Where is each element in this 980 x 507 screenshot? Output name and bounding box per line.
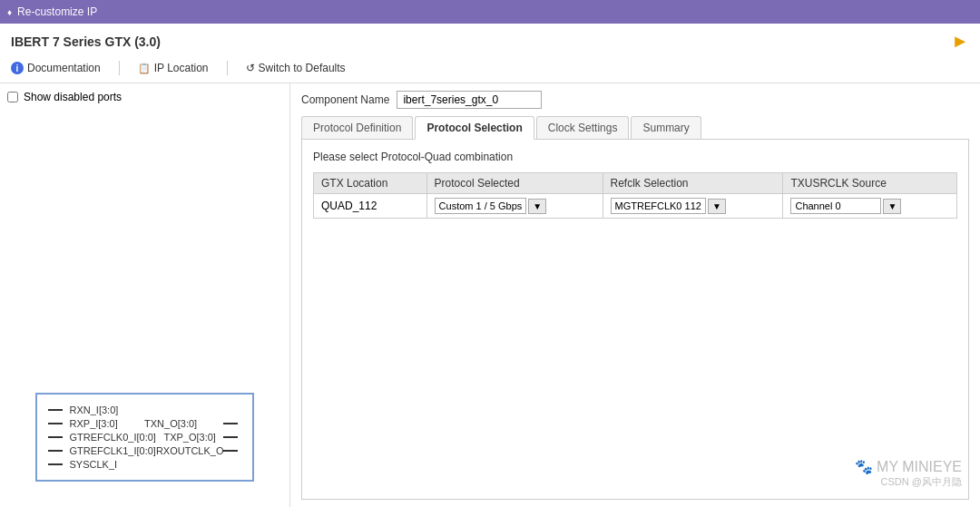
component-name-row: Component Name ibert_7series_gtx_0: [301, 91, 969, 109]
refclk-select-field: MGTREFCLK0 112 ▼: [611, 198, 776, 214]
main-container: IBERT 7 Series GTX (3.0) ► i Documentati…: [0, 24, 980, 507]
protocol-select-field: Custom 1 / 5 Gbps ▼: [435, 198, 595, 214]
content-area: Show disabled ports RXN_I[3:0] RXP_I[3:0…: [0, 83, 980, 507]
toolbar-separator-1: [119, 61, 120, 75]
protocol-select-value: Custom 1 / 5 Gbps: [435, 198, 527, 214]
port-rxp: RXP_I[3:0] TXN_O[3:0]: [48, 418, 242, 429]
port-gtrefclk0: GTREFCLK0_I[0:0] TXP_O[3:0]: [48, 432, 242, 443]
port-gtrefclk1-label: GTREFCLK1_I[0:0]: [70, 445, 156, 456]
col-gtx-location: GTX Location: [314, 173, 427, 194]
tab-protocol-definition[interactable]: Protocol Definition: [301, 116, 413, 139]
header-section: IBERT 7 Series GTX (3.0) ► i Documentati…: [0, 24, 980, 83]
component-name-label: Component Name: [301, 93, 389, 106]
ip-location-button[interactable]: 📋 IP Location: [138, 62, 209, 74]
port-rxp-label: RXP_I[3:0]: [70, 418, 118, 429]
title-bar: ♦ Re-customize IP: [0, 0, 980, 24]
txusrclk-select-value: Channel 0: [790, 198, 881, 214]
tab-content: Please select Protocol-Quad combination …: [301, 140, 969, 500]
port-rxoutclk-label: RXOUTCLK_O: [156, 445, 224, 456]
title-bar-icon: ♦: [7, 7, 12, 17]
show-disabled-label: Show disabled ports: [24, 91, 122, 103]
component-name-value: ibert_7series_gtx_0: [397, 91, 542, 109]
switch-defaults-label: Switch to Defaults: [259, 62, 346, 74]
port-txp-label: TXP_O[3:0]: [163, 432, 215, 443]
tabs-bar: Protocol Definition Protocol Selection C…: [301, 116, 969, 140]
txusrclk-select-arrow[interactable]: ▼: [883, 199, 901, 214]
port-rxn-label: RXN_I[3:0]: [70, 405, 119, 415]
cell-gtx-location: QUAD_112: [314, 194, 427, 219]
app-title: IBERT 7 Series GTX (3.0): [11, 34, 161, 49]
title-bar-label: Re-customize IP: [17, 5, 97, 18]
txusrclk-select-field: Channel 0 ▼: [790, 198, 949, 214]
tab-instruction: Please select Protocol-Quad combination: [313, 151, 957, 163]
component-diagram-box: RXN_I[3:0] RXP_I[3:0] TXN_O[3:0] GTREFCL…: [35, 393, 255, 482]
show-disabled-row: Show disabled ports: [7, 91, 282, 103]
port-gtrefclk1: GTREFCLK1_I[0:0] RXOUTCLK_O: [48, 445, 242, 456]
tab-summary[interactable]: Summary: [631, 116, 701, 139]
ip-location-label: IP Location: [154, 62, 209, 74]
cell-refclk-selection: MGTREFCLK0 112 ▼: [603, 194, 783, 219]
col-refclk-selection: Refclk Selection: [603, 173, 783, 194]
port-sysclk-label: SYSCLK_I: [70, 459, 118, 470]
port-sysclk: SYSCLK_I: [48, 459, 242, 470]
right-panel: Component Name ibert_7series_gtx_0 Proto…: [290, 83, 980, 507]
toolbar: i Documentation 📋 IP Location ↺ Switch t…: [11, 57, 969, 79]
port-txn-label: TXN_O[3:0]: [144, 418, 197, 429]
ip-location-icon: 📋: [138, 63, 151, 74]
protocol-select-arrow[interactable]: ▼: [528, 199, 546, 214]
app-title-arrow-icon: ►: [951, 31, 969, 52]
documentation-button[interactable]: i Documentation: [11, 62, 101, 74]
cell-txusrclk-source: Channel 0 ▼: [783, 194, 957, 219]
diagram-area: RXN_I[3:0] RXP_I[3:0] TXN_O[3:0] GTREFCL…: [7, 111, 282, 500]
switch-defaults-button[interactable]: ↺ Switch to Defaults: [246, 62, 346, 74]
port-rxn: RXN_I[3:0]: [48, 405, 242, 415]
port-gtrefclk0-label: GTREFCLK0_I[0:0]: [70, 432, 156, 443]
app-title-row: IBERT 7 Series GTX (3.0) ►: [11, 31, 969, 52]
left-panel: Show disabled ports RXN_I[3:0] RXP_I[3:0…: [0, 83, 290, 507]
tab-protocol-selection[interactable]: Protocol Selection: [415, 116, 534, 140]
toolbar-separator-2: [227, 61, 228, 75]
switch-defaults-icon: ↺: [246, 62, 255, 74]
col-protocol-selected: Protocol Selected: [426, 173, 603, 194]
refclk-select-value: MGTREFCLK0 112: [611, 198, 706, 214]
cell-protocol-selected: Custom 1 / 5 Gbps ▼: [426, 194, 603, 219]
col-txusrclk-source: TXUSRCLK Source: [783, 173, 957, 194]
table-row: QUAD_112 Custom 1 / 5 Gbps ▼ MGTREFCLK0 …: [314, 194, 957, 219]
tab-clock-settings[interactable]: Clock Settings: [536, 116, 630, 139]
info-icon: i: [11, 62, 24, 74]
show-disabled-checkbox[interactable]: [7, 92, 18, 102]
protocol-table: GTX Location Protocol Selected Refclk Se…: [313, 172, 957, 219]
documentation-label: Documentation: [27, 62, 101, 74]
refclk-select-arrow[interactable]: ▼: [708, 199, 726, 214]
